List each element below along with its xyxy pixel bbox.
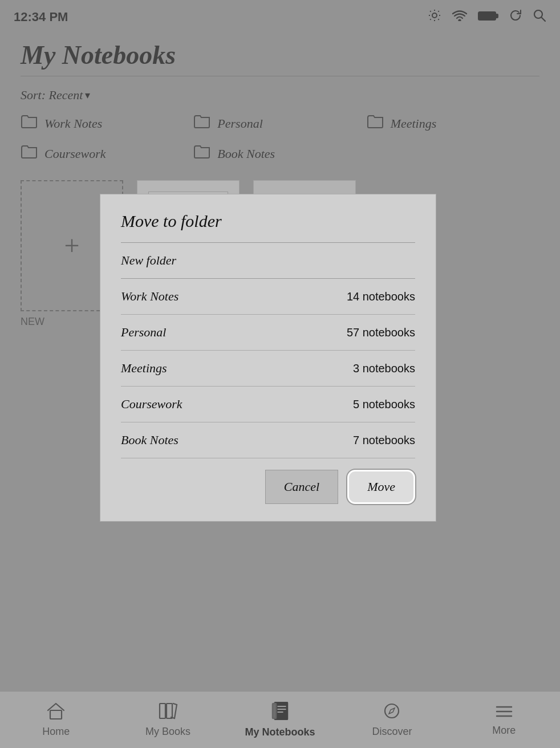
folder-option-name-coursework: Coursework: [121, 397, 182, 412]
folder-option-personal[interactable]: Personal 57 notebooks: [121, 315, 415, 351]
folder-option-count-coursework: 5 notebooks: [353, 398, 415, 411]
folder-option-name-meetings: Meetings: [121, 361, 167, 376]
folder-option-count-book-notes: 7 notebooks: [353, 434, 415, 447]
folder-option-count-personal: 57 notebooks: [347, 326, 415, 339]
folder-option-name-work-notes: Work Notes: [121, 289, 178, 304]
move-to-folder-modal: Move to folder New folder Work Notes 14 …: [100, 194, 436, 522]
new-folder-option[interactable]: New folder: [121, 243, 415, 279]
folder-option-count-work-notes: 14 notebooks: [347, 290, 415, 303]
folder-option-work-notes[interactable]: Work Notes 14 notebooks: [121, 279, 415, 315]
folder-option-coursework[interactable]: Coursework 5 notebooks: [121, 387, 415, 422]
folder-option-name-personal: Personal: [121, 325, 166, 340]
move-button[interactable]: Move: [347, 470, 415, 504]
folder-option-count-meetings: 3 notebooks: [353, 362, 415, 375]
folder-option-name-book-notes: Book Notes: [121, 433, 178, 448]
modal-buttons: Cancel Move: [121, 470, 415, 504]
folder-option-book-notes[interactable]: Book Notes 7 notebooks: [121, 422, 415, 458]
folder-option-meetings[interactable]: Meetings 3 notebooks: [121, 351, 415, 387]
modal-title: Move to folder: [121, 212, 415, 231]
cancel-button[interactable]: Cancel: [265, 470, 338, 504]
